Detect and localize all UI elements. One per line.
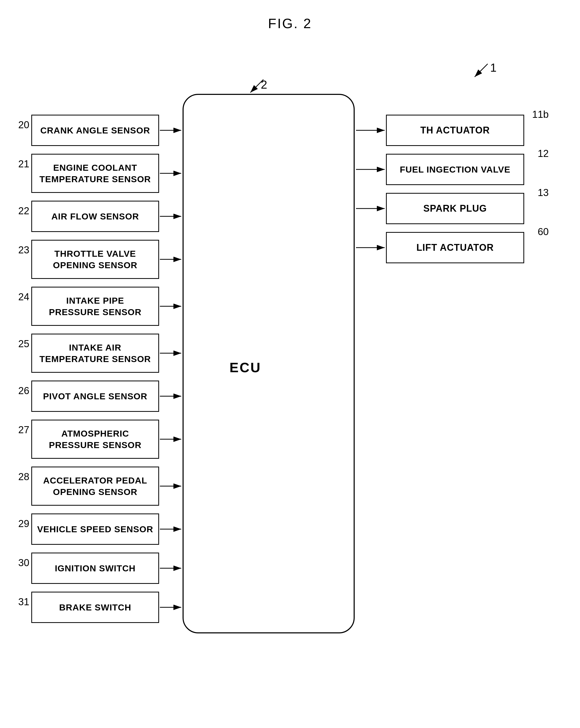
ecu-block [182, 94, 355, 633]
sensor-throttle-valve: THROTTLE VALVEOPENING SENSOR [31, 240, 159, 279]
output-fuel-injection: FUEL INGECTION VALVE [386, 154, 524, 185]
ref-22: 22 [18, 205, 29, 216]
sensor-crank-angle: CRANK ANGLE SENSOR [31, 115, 159, 146]
sensor-ignition-switch: IGNITION SWITCH [31, 552, 159, 584]
output-spark-plug: SPARK PLUG [386, 193, 524, 224]
sensor-air-flow: AIR FLOW SENSOR [31, 201, 159, 232]
sensor-intake-air-temp: INTAKE AIRTEMPERATURE SENSOR [31, 334, 159, 373]
output-th-actuator: TH ACTUATOR [386, 115, 524, 146]
ref-25: 25 [18, 338, 29, 349]
sensor-atmospheric: ATMOSPHERICPRESSURE SENSOR [31, 420, 159, 459]
sensor-vehicle-speed: VEHICLE SPEED SENSOR [31, 514, 159, 545]
ref-28: 28 [18, 471, 29, 483]
ref-21: 21 [18, 158, 29, 170]
sensor-engine-coolant: ENGINE COOLANTTEMPERATURE SENSOR [31, 154, 159, 193]
ref-1-label: 1 [490, 61, 497, 74]
ref-12: 12 [538, 148, 549, 159]
svg-line-1 [475, 64, 488, 77]
ref-29: 29 [18, 518, 29, 529]
ref-26: 26 [18, 385, 29, 396]
ref-27: 27 [18, 424, 29, 436]
ref-20: 20 [18, 120, 29, 131]
ref-23: 23 [18, 244, 29, 256]
ref-13: 13 [538, 187, 549, 198]
sensor-intake-pipe: INTAKE PIPEPRESSURE SENSOR [31, 287, 159, 326]
ref-30: 30 [18, 557, 29, 569]
output-lift-actuator: LIFT ACTUATOR [386, 232, 524, 263]
ref-31: 31 [18, 596, 29, 607]
figure-title: FIG. 2 [268, 16, 312, 31]
ref-24: 24 [18, 291, 29, 303]
ecu-label: ECU [229, 360, 261, 375]
sensor-accelerator-pedal: ACCELERATOR PEDALOPENING SENSOR [31, 467, 159, 506]
diagram-container: FIG. 2 1 [0, 0, 580, 728]
ref-11b: 11b [532, 109, 549, 120]
sensor-pivot-angle: PIVOT ANGLE SENSOR [31, 381, 159, 412]
sensor-brake-switch: BRAKE SWITCH [31, 592, 159, 623]
ecu-ref-num: 2 [261, 78, 267, 91]
ref-60: 60 [538, 226, 549, 237]
